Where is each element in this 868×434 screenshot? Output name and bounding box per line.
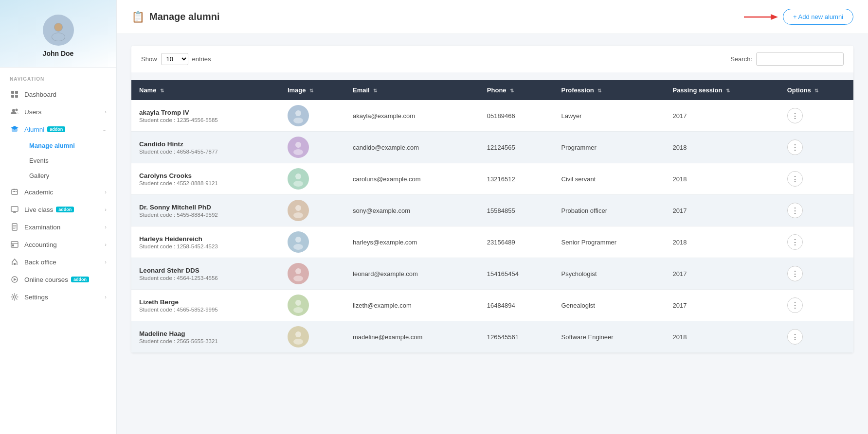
- search-input[interactable]: [756, 52, 844, 66]
- svg-point-32: [295, 237, 301, 243]
- svg-point-34: [295, 268, 301, 274]
- svg-rect-12: [14, 191, 15, 192]
- table-wrap: Show 10 25 50 100 entries Search:: [131, 46, 853, 353]
- chevron-right-icon: ›: [105, 242, 107, 247]
- svg-point-31: [293, 212, 303, 218]
- col-phone[interactable]: Phone ⇅: [479, 80, 554, 100]
- cell-phone: 154165454: [479, 258, 554, 290]
- alumni-subnav: Manage alumni Events Gallery: [0, 138, 116, 183]
- cell-options: ⋮: [779, 258, 853, 290]
- row-options-button[interactable]: ⋮: [787, 139, 803, 155]
- cell-name: akayla Tromp IV Student code : 1235-4556…: [131, 100, 280, 132]
- cell-passing-session: 2018: [665, 226, 779, 258]
- cell-email: caroluns@example.com: [345, 163, 479, 195]
- svg-rect-16: [11, 242, 18, 247]
- table-header-row: Name ⇅ Image ⇅ Email ⇅ Phone ⇅ Professio…: [131, 80, 853, 100]
- sidebar-item-dashboard[interactable]: Dashboard: [0, 86, 116, 103]
- cell-name: Dr. Sonny Mitchell PhD Student code : 54…: [131, 195, 280, 226]
- sidebar-item-label: Accounting: [24, 241, 57, 248]
- search-label: Search:: [730, 55, 752, 63]
- sidebar-item-label: Settings: [24, 294, 48, 301]
- cell-passing-session: 2018: [665, 132, 779, 163]
- cell-profession: Lawyer: [554, 100, 665, 132]
- cell-email: leonard@example.com: [345, 258, 479, 290]
- search-wrap: Search:: [730, 52, 844, 66]
- col-email[interactable]: Email ⇅: [345, 80, 479, 100]
- red-arrow-icon: [744, 11, 778, 23]
- show-entries: Show 10 25 50 100 entries: [141, 53, 211, 65]
- table-row: Leonard Stehr DDS Student code : 4564-12…: [131, 258, 853, 290]
- svg-point-28: [295, 174, 301, 179]
- cell-email: madeline@example.com: [345, 321, 479, 353]
- entries-select[interactable]: 10 25 50 100: [161, 53, 188, 65]
- svg-rect-14: [11, 207, 18, 211]
- dashboard-icon: [10, 90, 19, 98]
- col-passing-session[interactable]: Passing session ⇅: [665, 80, 779, 100]
- col-options[interactable]: Options ⇅: [779, 80, 853, 100]
- svg-point-33: [293, 244, 303, 250]
- row-options-button[interactable]: ⋮: [787, 266, 803, 281]
- col-profession[interactable]: Profession ⇅: [554, 80, 665, 100]
- sidebar-item-examination[interactable]: Examination ›: [0, 218, 116, 236]
- row-options-button[interactable]: ⋮: [787, 329, 803, 345]
- add-alumni-button[interactable]: + Add new alumni: [783, 9, 853, 25]
- sidebar-item-academic[interactable]: Academic ›: [0, 183, 116, 201]
- cell-passing-session: 2017: [665, 290, 779, 321]
- col-name[interactable]: Name ⇅: [131, 80, 280, 100]
- cell-options: ⋮: [779, 290, 853, 321]
- svg-point-26: [295, 142, 301, 148]
- svg-point-39: [293, 339, 303, 345]
- col-image[interactable]: Image ⇅: [280, 80, 345, 100]
- table-row: Madeline Haag Student code : 2565-5655-3…: [131, 321, 853, 353]
- row-options-button[interactable]: ⋮: [787, 203, 803, 218]
- cell-name: Leonard Stehr DDS Student code : 4564-12…: [131, 258, 280, 290]
- row-options-button[interactable]: ⋮: [787, 108, 803, 123]
- page-title: Manage alumni: [149, 11, 219, 22]
- cell-passing-session: 2017: [665, 195, 779, 226]
- nav-label: NAVIGATION: [0, 68, 116, 86]
- svg-point-38: [295, 331, 301, 337]
- subnav-manage-alumni[interactable]: Manage alumni: [24, 138, 116, 153]
- svg-point-29: [293, 181, 303, 187]
- row-options-button[interactable]: ⋮: [787, 171, 803, 187]
- cell-phone: 15584855: [479, 195, 554, 226]
- subnav-gallery[interactable]: Gallery: [24, 168, 116, 183]
- sidebar-item-label: Online courses: [24, 276, 68, 283]
- svg-rect-5: [15, 91, 18, 94]
- sidebar: John Doe NAVIGATION Dashboard Users › Al…: [0, 0, 117, 434]
- svg-point-37: [293, 307, 303, 313]
- chevron-right-icon: ›: [105, 294, 107, 300]
- cell-passing-session: 2017: [665, 258, 779, 290]
- svg-point-21: [14, 296, 16, 298]
- row-options-button[interactable]: ⋮: [787, 234, 803, 250]
- cell-profession: Psychologist: [554, 258, 665, 290]
- chevron-down-icon: ⌄: [102, 126, 107, 133]
- sidebar-item-alumni[interactable]: Alumni addon ⌄: [0, 121, 116, 138]
- sidebar-item-label: Live class: [24, 206, 53, 213]
- cell-name: Harleys Heidenreich Student code : 1258-…: [131, 226, 280, 258]
- table-row: Carolyns Crooks Student code : 4552-8888…: [131, 163, 853, 195]
- sidebar-item-settings[interactable]: Settings ›: [0, 288, 116, 306]
- subnav-events[interactable]: Events: [24, 153, 116, 168]
- sidebar-item-label: Dashboard: [24, 91, 56, 98]
- addon-badge-live: addon: [56, 207, 74, 212]
- sidebar-item-back-office[interactable]: Back office ›: [0, 253, 116, 271]
- liveclass-icon: [10, 206, 19, 213]
- row-options-button[interactable]: ⋮: [787, 297, 803, 313]
- academic-icon: [10, 188, 19, 196]
- svg-point-3: [52, 33, 65, 41]
- cell-profession: Software Engineer: [554, 321, 665, 353]
- cell-phone: 12124565: [479, 132, 554, 163]
- cell-phone: 13216512: [479, 163, 554, 195]
- svg-rect-17: [12, 244, 14, 246]
- sidebar-item-users[interactable]: Users ›: [0, 103, 116, 121]
- cell-email: lizeth@example.com: [345, 290, 479, 321]
- sidebar-item-online-courses[interactable]: Online courses addon: [0, 271, 116, 288]
- page-title-icon: 📋: [131, 11, 145, 23]
- svg-rect-6: [11, 95, 14, 98]
- svg-rect-18: [14, 263, 16, 265]
- sidebar-item-live-class[interactable]: Live class addon ›: [0, 201, 116, 218]
- svg-rect-11: [13, 191, 14, 192]
- sidebar-item-accounting[interactable]: Accounting ›: [0, 236, 116, 253]
- chevron-right-icon: ›: [105, 224, 107, 230]
